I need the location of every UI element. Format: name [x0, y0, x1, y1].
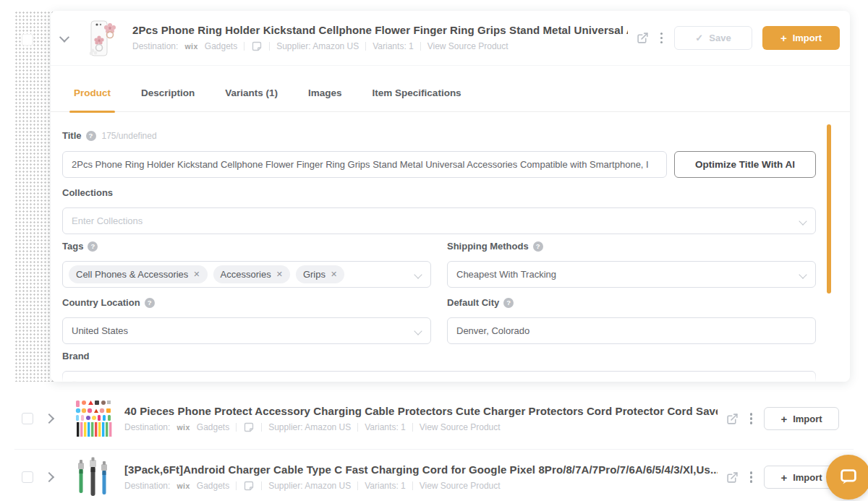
view-source-link[interactable]: View Source Product	[420, 481, 501, 491]
note-icon[interactable]	[251, 40, 263, 52]
more-options-icon[interactable]	[659, 31, 664, 45]
save-label: Save	[709, 33, 731, 43]
note-icon[interactable]	[243, 421, 255, 433]
dotted-pattern-strip	[14, 11, 55, 382]
product-head-text: 40 Pieces Phone Protect Accessory Chargi…	[124, 405, 718, 433]
divider	[244, 42, 244, 51]
tab-images[interactable]: Images	[304, 74, 346, 112]
brand-input[interactable]	[62, 371, 816, 382]
chevron-right-icon	[44, 472, 54, 482]
divider	[412, 481, 413, 490]
chevron-down-icon	[59, 32, 69, 42]
collapse-chevron-button[interactable]	[56, 35, 72, 42]
divider	[357, 423, 358, 432]
external-link-icon[interactable]	[726, 413, 739, 425]
tag-chip[interactable]: Cell Phones & Accessories ✕	[69, 265, 208, 283]
product-row-header: 2Pcs Phone Ring Holder Kickstand Cellpho…	[51, 11, 850, 66]
shipping-methods-select[interactable]: Cheapest With Tracking	[447, 261, 816, 288]
row-checkbox[interactable]	[22, 413, 33, 424]
import-label: Import	[793, 472, 822, 483]
country-value: United States	[72, 325, 128, 336]
divider	[236, 481, 237, 490]
wix-logo: wix	[184, 42, 197, 51]
help-icon[interactable]: ?	[533, 241, 543, 252]
shipping-value: Cheapest With Tracking	[456, 269, 556, 280]
brand-label-text: Brand	[62, 351, 90, 361]
plus-icon: +	[780, 33, 787, 43]
tag-label: Cell Phones & Accessories	[76, 269, 188, 280]
destination-store: Gadgets	[205, 41, 237, 51]
brand-label: Brand	[62, 351, 90, 361]
product-meta: Destination: wix Gadgets Supplier: Amazo…	[124, 421, 718, 433]
tab-bar: Product Description Variants (1) Images …	[51, 74, 850, 112]
plus-icon: +	[780, 414, 787, 424]
optimize-title-ai-button[interactable]: Optimize Title With AI	[674, 151, 816, 178]
external-link-icon[interactable]	[726, 471, 739, 484]
scrollbar-thumb[interactable]	[827, 124, 831, 294]
help-icon[interactable]: ?	[145, 298, 155, 308]
product-row: [3Pack,6Ft]Android Charger Cable Type C …	[0, 453, 868, 501]
plus-icon: +	[780, 472, 787, 483]
title-field-label: Title ? 175/undefined	[62, 130, 157, 141]
help-icon[interactable]: ?	[503, 298, 514, 308]
product-head-text: [3Pack,6Ft]Android Charger Cable Type C …	[124, 463, 718, 492]
divider	[261, 481, 262, 490]
divider	[412, 423, 413, 432]
expand-chevron-button[interactable]	[41, 415, 57, 422]
divider	[261, 423, 262, 432]
title-input[interactable]	[62, 151, 667, 178]
import-label: Import	[793, 414, 822, 424]
chevron-down-icon	[799, 270, 807, 278]
tag-chip[interactable]: Accessories ✕	[213, 265, 290, 283]
destination-label: Destination:	[132, 41, 178, 51]
help-icon[interactable]: ?	[88, 241, 98, 252]
divider	[357, 481, 358, 490]
collections-placeholder: Enter Collections	[72, 215, 142, 226]
row-divider	[14, 449, 854, 450]
product-image-cable-protectors	[73, 398, 114, 439]
import-button-primary[interactable]: + Import	[762, 26, 840, 50]
chevron-down-icon	[799, 217, 807, 225]
tags-select[interactable]: Cell Phones & Accessories ✕ Accessories …	[62, 261, 431, 288]
country-location-select[interactable]: United States	[62, 317, 431, 344]
chat-widget-button[interactable]	[826, 455, 868, 500]
remove-tag-icon[interactable]: ✕	[276, 270, 283, 279]
tab-variants[interactable]: Variants (1)	[221, 74, 282, 112]
check-icon: ✓	[695, 33, 703, 43]
view-source-link[interactable]: View Source Product	[420, 422, 501, 432]
row-checkbox-expanded[interactable]	[22, 34, 33, 46]
destination-label: Destination:	[124, 481, 170, 491]
remove-tag-icon[interactable]: ✕	[193, 270, 200, 279]
view-source-link[interactable]: View Source Product	[427, 41, 509, 51]
product-head-text: 2Pcs Phone Ring Holder Kickstand Cellpho…	[132, 24, 628, 52]
more-options-icon[interactable]	[749, 411, 754, 425]
tab-description[interactable]: Description	[137, 74, 199, 112]
import-button[interactable]: + Import	[764, 407, 839, 430]
collections-label: Collections	[62, 187, 113, 198]
row-checkbox[interactable]	[22, 471, 33, 483]
country-label-text: Country Location	[62, 297, 140, 308]
chevron-down-icon	[414, 270, 422, 278]
remove-tag-icon[interactable]: ✕	[331, 270, 337, 279]
default-city-input[interactable]	[447, 317, 816, 344]
divider	[269, 42, 270, 51]
title-char-counter: 175/undefined	[102, 131, 157, 141]
destination-store: Gadgets	[197, 481, 229, 491]
product-image-usb-cables	[73, 457, 114, 497]
save-button[interactable]: ✓ Save	[674, 26, 752, 50]
tag-chip[interactable]: Grips ✕	[296, 265, 344, 283]
divider	[420, 42, 421, 51]
title-label-text: Title	[62, 130, 82, 141]
external-link-icon[interactable]	[637, 32, 649, 44]
row-actions: + Import	[726, 466, 839, 489]
collections-select[interactable]: Enter Collections	[62, 207, 816, 234]
tab-item-specifications[interactable]: Item Specifications	[368, 74, 466, 112]
expand-chevron-button[interactable]	[41, 474, 57, 481]
more-options-icon[interactable]	[749, 470, 754, 484]
note-icon[interactable]	[243, 480, 255, 492]
row-actions: ✓ Save + Import	[637, 26, 840, 50]
wix-logo: wix	[176, 423, 190, 432]
help-icon[interactable]: ?	[86, 131, 96, 141]
tab-product[interactable]: Product	[69, 74, 115, 112]
product-image-ring-holder	[81, 18, 122, 59]
